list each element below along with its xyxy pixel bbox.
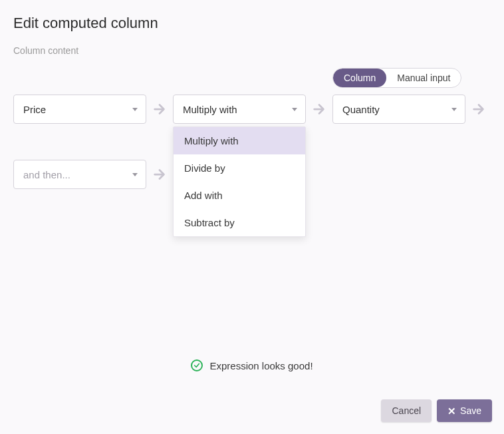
status-message: Expression looks good! bbox=[0, 359, 504, 371]
operator-option-subtract[interactable]: Subtract by bbox=[174, 209, 305, 236]
operator-value: Multiply with bbox=[183, 104, 237, 115]
arrow-right-icon bbox=[152, 167, 168, 182]
arrow-right-icon bbox=[311, 102, 327, 116]
cancel-button[interactable]: Cancel bbox=[381, 399, 432, 422]
source-toggle-group: Column Manual input bbox=[332, 68, 461, 88]
chevron-down-icon bbox=[132, 108, 138, 111]
dialog-footer: Cancel ✕ Save bbox=[381, 399, 492, 422]
operator-option-add[interactable]: Add with bbox=[174, 182, 305, 209]
operator-select[interactable]: Multiply with bbox=[173, 95, 306, 124]
right-column-select[interactable]: Quantity bbox=[332, 95, 465, 124]
save-button[interactable]: ✕ Save bbox=[437, 399, 492, 422]
arrow-right-icon bbox=[471, 102, 487, 116]
operator-dropdown: Multiply with Divide by Add with Subtrac… bbox=[173, 126, 306, 237]
chevron-down-icon bbox=[451, 108, 457, 111]
left-column-select[interactable]: Price bbox=[13, 95, 146, 124]
and-then-placeholder: and then... bbox=[23, 169, 70, 180]
operator-option-divide[interactable]: Divide by bbox=[174, 154, 305, 182]
left-column-value: Price bbox=[23, 104, 46, 115]
arrow-right-icon bbox=[152, 102, 168, 116]
and-then-select[interactable]: and then... bbox=[13, 160, 146, 189]
section-label: Column content bbox=[13, 45, 491, 56]
save-label: Save bbox=[460, 405, 481, 416]
chevron-down-icon bbox=[292, 108, 297, 111]
right-column-value: Quantity bbox=[342, 104, 380, 115]
check-circle-icon bbox=[191, 359, 203, 371]
chevron-down-icon bbox=[132, 173, 138, 176]
status-text: Expression looks good! bbox=[209, 360, 313, 371]
expression-row-1: Price Multiply with Multiply with Divide… bbox=[13, 95, 491, 124]
operator-option-multiply[interactable]: Multiply with bbox=[174, 127, 305, 154]
toggle-column[interactable]: Column bbox=[333, 69, 386, 87]
toggle-manual-input[interactable]: Manual input bbox=[386, 69, 461, 87]
close-icon: ✕ bbox=[447, 406, 456, 416]
page-title: Edit computed column bbox=[13, 15, 491, 32]
